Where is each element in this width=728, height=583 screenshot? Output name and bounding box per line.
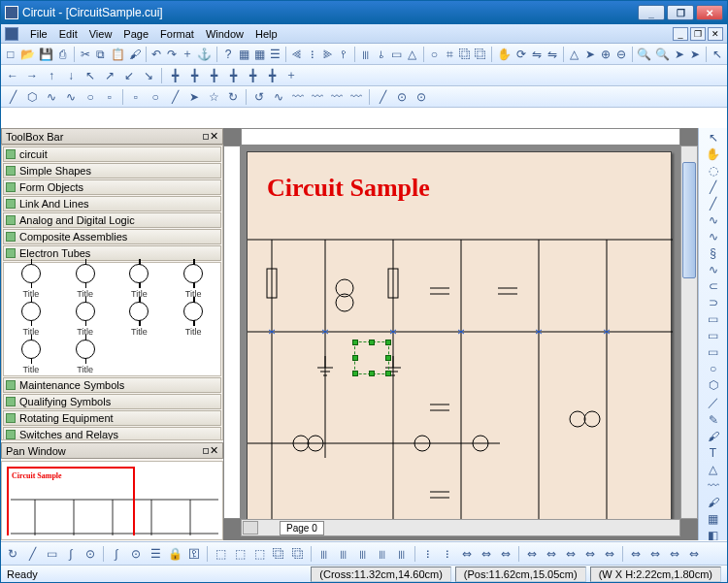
- ell-dash-button[interactable]: ▫: [101, 88, 118, 106]
- node-button[interactable]: ⊙: [82, 545, 99, 563]
- polyline-button[interactable]: ╱: [704, 196, 723, 211]
- sel-all-button[interactable]: ⬚: [212, 545, 229, 563]
- pan-window[interactable]: Circuit Sample: [1, 461, 223, 540]
- rot-ccw-button[interactable]: ↺: [250, 88, 268, 106]
- align4-button[interactable]: ⫼: [374, 545, 391, 563]
- open-button[interactable]: 📂: [19, 46, 36, 63]
- toolbox-category[interactable]: Form Objects: [3, 179, 221, 195]
- electron-tube-shape[interactable]: Title: [58, 301, 113, 339]
- toolbox-category[interactable]: Link And Lines: [3, 196, 221, 211]
- eq-h-button[interactable]: ⇔: [562, 545, 579, 563]
- rrect-button[interactable]: ▭: [704, 344, 723, 360]
- key-button[interactable]: ⚿: [185, 545, 203, 563]
- distribute-button[interactable]: △: [568, 46, 581, 63]
- dist1-button[interactable]: ⇔: [458, 545, 476, 563]
- mdi-close-button[interactable]: ✕: [708, 27, 723, 41]
- resize-handle-w[interactable]: [352, 355, 358, 361]
- electron-tube-shape[interactable]: Title: [4, 338, 58, 375]
- arrow-head-button[interactable]: ➤: [185, 88, 203, 106]
- zoom-sel-button[interactable]: 🔍: [654, 46, 671, 63]
- electron-tube-shape[interactable]: Title: [4, 301, 58, 339]
- align-r-button[interactable]: ⫸: [321, 46, 335, 63]
- electron-tube-shape[interactable]: Title: [166, 263, 220, 301]
- dist3-button[interactable]: ⇔: [497, 545, 514, 563]
- arr-d-button[interactable]: ↓: [62, 67, 80, 84]
- same-w-button[interactable]: ⇔: [627, 545, 645, 563]
- conn-plus-button[interactable]: ＋: [282, 67, 300, 84]
- toolbox-header[interactable]: ToolBox Bar ✕: [1, 128, 223, 145]
- arr-lu-button[interactable]: ↖: [82, 67, 99, 84]
- page-tab[interactable]: Page 0: [280, 521, 324, 535]
- spray-button[interactable]: 🖌: [704, 495, 723, 510]
- anchor-button[interactable]: ⚓: [196, 46, 213, 63]
- circ-button[interactable]: ○: [427, 46, 441, 63]
- polygon-button[interactable]: ⬡: [704, 377, 723, 393]
- conn-t-button[interactable]: ╋: [263, 67, 281, 84]
- pan-viewport-rect[interactable]: [8, 468, 134, 535]
- lock-button[interactable]: 🔒: [166, 545, 183, 563]
- electron-tube-shape[interactable]: [166, 338, 220, 375]
- align3-button[interactable]: ⫼: [354, 545, 372, 563]
- electron-tube-shape[interactable]: Title: [58, 263, 113, 301]
- fit1-button[interactable]: ⇔: [581, 545, 599, 563]
- menu-window[interactable]: Window: [200, 26, 249, 42]
- copy-button[interactable]: ⧉: [94, 46, 108, 63]
- lasso-button[interactable]: ◌: [704, 163, 723, 178]
- tri-button[interactable]: △: [406, 46, 419, 63]
- align-l-button[interactable]: ⫷: [290, 46, 304, 63]
- redo-button[interactable]: ↷: [165, 46, 179, 63]
- hand-button[interactable]: ✋: [496, 46, 513, 63]
- panel-button[interactable]: ☰: [268, 46, 281, 63]
- zig-button[interactable]: 〰: [289, 88, 307, 106]
- spiral-button[interactable]: §: [704, 245, 723, 261]
- drawing-page[interactable]: Circuit Sample: [247, 151, 672, 519]
- rect-dash-button[interactable]: ▭: [704, 328, 723, 343]
- grp-button[interactable]: ⿻: [270, 545, 287, 563]
- menu-page[interactable]: Page: [117, 26, 154, 42]
- toolbox-category[interactable]: Composite Assemblies: [3, 229, 221, 244]
- path-button[interactable]: ∫: [62, 545, 80, 563]
- arr-ld-button[interactable]: ↙: [120, 67, 138, 84]
- same-h-button[interactable]: ⇔: [646, 545, 664, 563]
- arr-rd-button[interactable]: ↘: [140, 67, 157, 84]
- spline-button[interactable]: ╱: [166, 88, 183, 106]
- curve2-button[interactable]: ∿: [704, 262, 723, 277]
- text-T-button[interactable]: T: [704, 445, 723, 461]
- pointer-button[interactable]: ↖: [704, 130, 723, 146]
- conn-u-button[interactable]: ╋: [205, 67, 222, 84]
- align-m-button[interactable]: ⫼: [359, 46, 373, 63]
- hand-button[interactable]: ✋: [704, 146, 723, 162]
- horizontal-scrollbar[interactable]: Page 0: [241, 519, 680, 536]
- bracket-r-button[interactable]: ⊃: [704, 295, 723, 310]
- sine-button[interactable]: 〰: [704, 478, 723, 494]
- align-b-button[interactable]: ⫰: [375, 46, 388, 63]
- mdi-minimize-button[interactable]: _: [673, 27, 688, 41]
- scrollbar-thumb[interactable]: [682, 162, 696, 278]
- resize-handle-se[interactable]: [385, 371, 391, 376]
- wave3-button[interactable]: 〰: [347, 88, 365, 106]
- space2-button[interactable]: ⇔: [685, 545, 703, 563]
- group-button[interactable]: ⿻: [458, 46, 472, 63]
- sel-inv-button[interactable]: ⬚: [231, 545, 248, 563]
- zoom-out-button[interactable]: ⊖: [614, 46, 628, 63]
- help-button[interactable]: ?: [221, 46, 235, 63]
- electron-tube-shape[interactable]: Title: [113, 301, 167, 339]
- ungrp-button[interactable]: ⿻: [289, 545, 307, 563]
- dist4-button[interactable]: ⇔: [523, 545, 541, 563]
- wave1-button[interactable]: 〰: [309, 88, 326, 106]
- zoom-fit-button[interactable]: 🔍: [636, 46, 652, 63]
- save-button[interactable]: 💾: [38, 46, 54, 63]
- flip-h-button[interactable]: ⇋: [530, 46, 544, 63]
- pencil-button[interactable]: ✎: [704, 412, 723, 428]
- grid2-button[interactable]: ▦: [252, 46, 266, 63]
- ell-fill-button[interactable]: ▫: [127, 88, 145, 106]
- mdi-restore-button[interactable]: ❐: [690, 27, 706, 41]
- resize-handle-s[interactable]: [369, 371, 375, 376]
- arc-ccw-button[interactable]: ∿: [704, 229, 723, 244]
- curve-button[interactable]: ∿: [43, 88, 60, 106]
- pointer-button[interactable]: ↖: [711, 46, 724, 63]
- wand-button[interactable]: ➤: [673, 46, 686, 63]
- electron-tube-shape[interactable]: [113, 338, 167, 375]
- resize-handle-n[interactable]: [369, 340, 375, 345]
- probe-button[interactable]: ➤: [688, 46, 702, 63]
